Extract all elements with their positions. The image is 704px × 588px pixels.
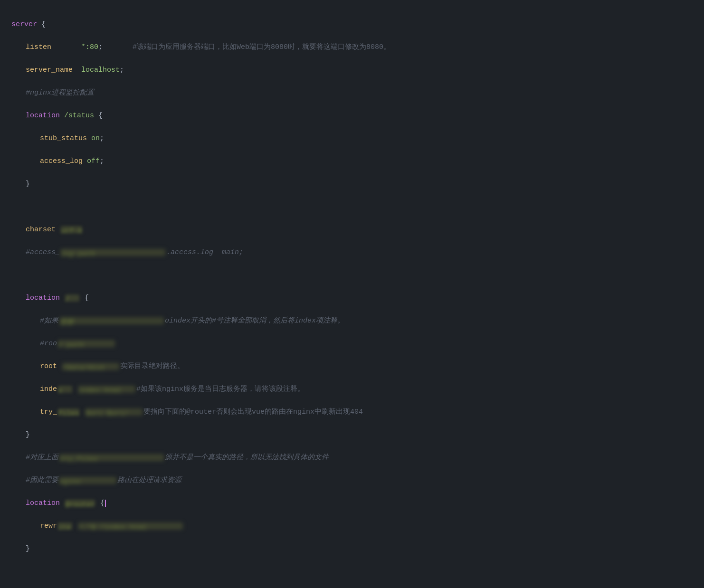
comment-nginx-monitor: #nginx进程监控配置: [26, 89, 94, 97]
directive-index: index: [40, 385, 73, 393]
cursor: [105, 500, 106, 507]
comment-root-desc: 实际目录绝对路径。: [120, 362, 184, 370]
comment-try-desc: 要指向下面的@router否则会出现vue的路由在nginx中刷新出现404: [143, 408, 363, 416]
keyword-server: server: [11, 20, 37, 28]
blurred-location-router-path: @router: [65, 500, 95, 507]
blurred-try-suffix: files: [58, 408, 79, 416]
blurred-try-value: $uri $uri/: [86, 408, 143, 416]
blurred-root-path: /data/dist: [62, 363, 119, 370]
blurred-access-log: log path: [61, 249, 165, 256]
blurred-index-suffix: x: [58, 386, 72, 393]
directive-stub-status: stub_status: [40, 134, 87, 142]
directive-access-log-off: access_log: [40, 157, 83, 165]
blurred-rewrite-value: ^.*$ /index.html: [78, 522, 183, 530]
directive-listen: listen: [26, 43, 51, 51]
blurred-comment2: t path: [58, 340, 115, 347]
directive-root: root: [40, 362, 57, 370]
blurred-index-value: index.html: [78, 386, 135, 393]
keyword-location-router: location: [26, 499, 60, 507]
comment-index-desc: #如果该nginx服务是当日志服务器，请将该段注释。: [136, 385, 304, 393]
directive-server-name: server_name: [26, 66, 73, 74]
comment-index-hint: #如果需要oindex开头的#号注释全部取消，然后将index项注释。: [40, 317, 344, 325]
code-editor: server { listen *:80; #该端口为应用服务器端口，比如Web…: [11, 8, 693, 588]
blurred-rewrite-suffix: ite: [58, 522, 72, 530]
blurred-comment-router2: nginx: [59, 477, 116, 484]
directive-charset: charset: [26, 226, 56, 234]
comment-listen: #该端口为应用服务器端口，比如Web端口为8080时，就要将这端口修改为8080…: [133, 43, 390, 51]
keyword-location-root: location: [26, 294, 60, 302]
directive-rewrite: rewrite: [40, 522, 73, 530]
keyword-location-status: location: [26, 112, 60, 120]
blurred-charset-value: utf-8: [61, 226, 82, 233]
comment-root-hint: #root path: [40, 340, 116, 348]
blurred-comment-router1: try_files: [59, 454, 164, 461]
directive-try-files: try_files: [40, 408, 80, 416]
blurred-comment1: 需要: [59, 317, 164, 324]
blurred-location-path: /: [65, 294, 79, 302]
comment-access-log: #access_log path.access.log main;: [26, 248, 243, 256]
comment-router2: #因此需要nginx路由在处理请求资源: [26, 476, 181, 484]
comment-router1: #对应上面try_files源并不是一个真实的路径，所以无法找到具体的文件: [26, 454, 329, 462]
